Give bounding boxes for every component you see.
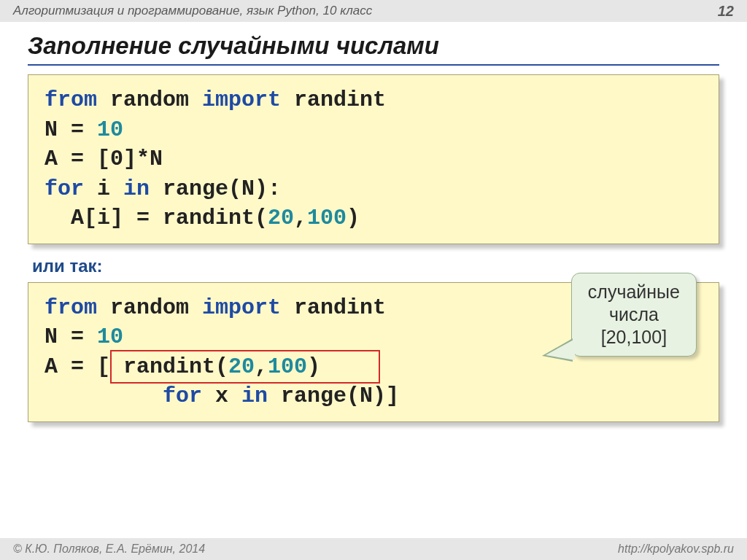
callout-line2: числа xyxy=(588,303,680,326)
code-1: from random import randint N = 10 A = [0… xyxy=(44,85,703,233)
page-title: Заполнение случайными числами xyxy=(28,32,719,66)
code-block-2: from random import randint N = 10 A = [ … xyxy=(28,282,719,422)
breadcrumb: Алгоритмизация и программирование, язык … xyxy=(13,4,372,18)
callout-tail-inner xyxy=(546,339,575,360)
callout-line1: случайные xyxy=(588,281,680,303)
footer: © К.Ю. Поляков, Е.А. Ерёмин, 2014 http:/… xyxy=(0,538,747,560)
callout-bubble: случайные числа [20,100] xyxy=(571,273,697,357)
kw-for: for xyxy=(44,176,84,201)
topbar: Алгоритмизация и программирование, язык … xyxy=(0,0,747,22)
kw-from: from xyxy=(44,88,97,112)
kw-in: in xyxy=(123,176,150,201)
callout-line3: [20,100] xyxy=(588,326,680,349)
page-number: 12 xyxy=(718,3,734,20)
footer-url: http://kpolyakov.spb.ru xyxy=(618,542,734,556)
slide-content: Заполнение случайными числами from rando… xyxy=(0,22,747,422)
footer-copyright: © К.Ю. Поляков, Е.А. Ерёмин, 2014 xyxy=(13,542,205,556)
code-block-1: from random import randint N = 10 A = [0… xyxy=(28,74,719,244)
kw-import: import xyxy=(202,88,281,112)
